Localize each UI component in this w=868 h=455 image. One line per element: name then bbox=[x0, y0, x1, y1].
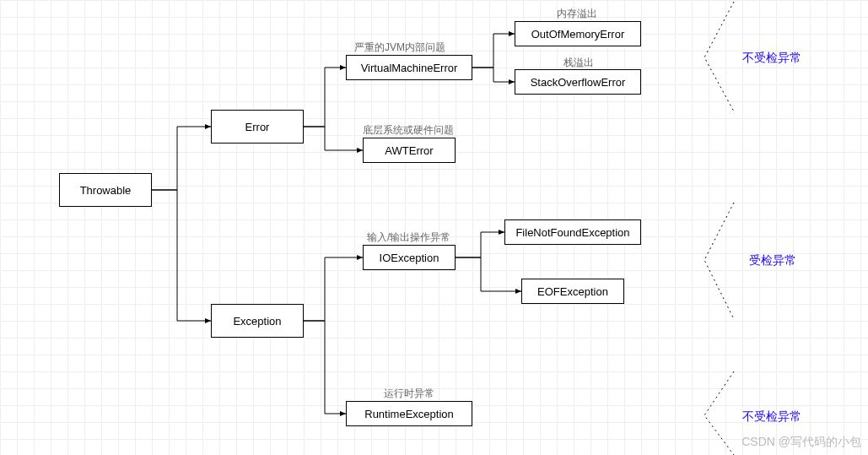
node-eofexception: EOFException bbox=[521, 279, 624, 304]
watermark: CSDN @写代码的小包 bbox=[741, 435, 861, 450]
caption-ioexception: 输入/输出操作异常 bbox=[367, 230, 450, 245]
annotation-checked-middle: 受检异常 bbox=[749, 253, 796, 268]
annotation-unchecked-bottom: 不受检异常 bbox=[742, 409, 801, 425]
node-ioexception: IOException bbox=[363, 245, 456, 270]
caption-runtimeex: 运行时异常 bbox=[384, 387, 434, 401]
caption-outofmem: 内存溢出 bbox=[557, 7, 597, 21]
node-virtualmachineerror: VirtualMachineError bbox=[346, 55, 472, 80]
caption-awterror: 底层系统或硬件问题 bbox=[363, 123, 454, 138]
caption-stackoverflow: 栈溢出 bbox=[563, 56, 594, 70]
node-runtimeexception: RuntimeException bbox=[346, 401, 472, 426]
caption-vmerror: 严重的JVM内部问题 bbox=[354, 41, 445, 55]
node-throwable: Throwable bbox=[59, 173, 152, 207]
annotation-unchecked-top: 不受检异常 bbox=[742, 51, 801, 66]
node-outofmemoryerror: OutOfMemoryError bbox=[515, 21, 641, 46]
node-exception: Exception bbox=[211, 304, 304, 338]
node-error: Error bbox=[211, 110, 304, 144]
node-filenotfoundexception: FileNotFoundException bbox=[504, 219, 641, 245]
node-stackoverflowerror: StackOverflowError bbox=[515, 69, 641, 95]
node-awterror: AWTError bbox=[363, 138, 456, 163]
